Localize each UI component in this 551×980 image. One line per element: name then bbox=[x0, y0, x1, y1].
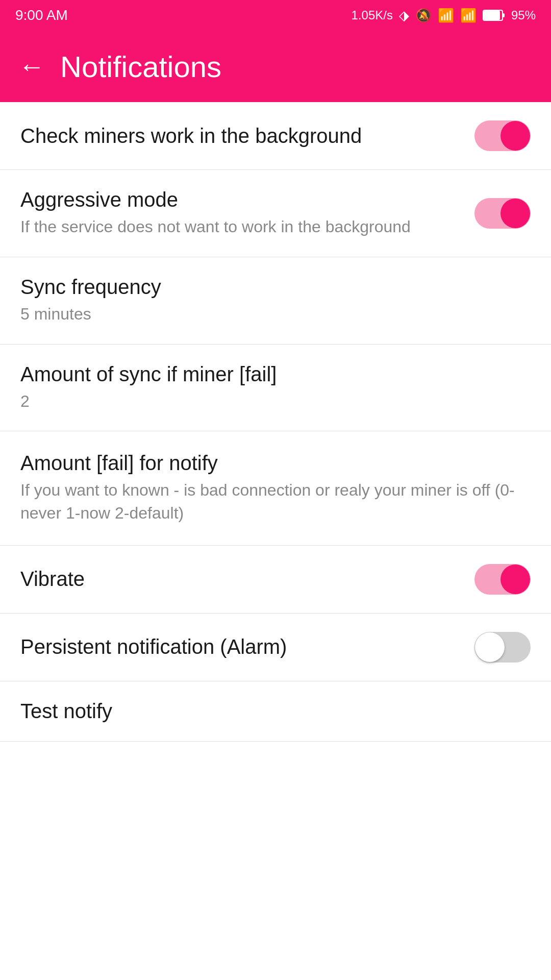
settings-item-check-miners-background[interactable]: Check miners work in the background bbox=[0, 102, 551, 170]
item-title: Persistent notification (Alarm) bbox=[20, 635, 459, 658]
svg-rect-2 bbox=[503, 13, 505, 17]
toggle-track bbox=[474, 120, 531, 151]
toggle-thumb bbox=[500, 565, 530, 594]
settings-item-aggressive-mode[interactable]: Aggressive mode If the service does not … bbox=[0, 170, 551, 257]
settings-item-amount-fail-notify[interactable]: Amount [fail] for notify If you want to … bbox=[0, 431, 551, 546]
toggle-vibrate[interactable] bbox=[474, 564, 531, 595]
item-title: Check miners work in the background bbox=[20, 125, 459, 148]
item-text: Check miners work in the background bbox=[20, 125, 474, 148]
toggle-thumb bbox=[475, 632, 505, 662]
item-subtitle: If the service does not want to work in … bbox=[20, 215, 459, 238]
item-subtitle: 2 bbox=[20, 390, 515, 413]
toggle-aggressive-mode[interactable] bbox=[474, 198, 531, 229]
item-text: Persistent notification (Alarm) bbox=[20, 635, 474, 658]
settings-item-amount-sync-fail[interactable]: Amount of sync if miner [fail] 2 bbox=[0, 345, 551, 432]
battery-icon bbox=[483, 9, 505, 22]
svg-rect-1 bbox=[484, 11, 500, 20]
battery-percent: 95% bbox=[511, 8, 536, 22]
back-button[interactable]: ← bbox=[18, 51, 45, 82]
battery-shape bbox=[483, 9, 505, 22]
item-subtitle: If you want to known - is bad connection… bbox=[20, 479, 515, 525]
item-title: Amount [fail] for notify bbox=[20, 452, 515, 475]
toggle-persistent-notification[interactable] bbox=[474, 632, 531, 663]
status-bar: 9:00 AM 1.05K/s ⬗ 🔕 📶 📶 95% bbox=[0, 0, 551, 31]
item-title: Vibrate bbox=[20, 568, 459, 591]
app-bar: ← Notifications bbox=[0, 31, 551, 102]
bluetooth-icon: ⬗ bbox=[399, 8, 409, 23]
toggle-thumb bbox=[500, 199, 530, 228]
item-title: Sync frequency bbox=[20, 276, 515, 299]
toggle-track bbox=[474, 198, 531, 229]
page-title: Notifications bbox=[60, 50, 221, 84]
settings-item-vibrate[interactable]: Vibrate bbox=[0, 546, 551, 614]
signal-icon: 📶 bbox=[460, 8, 477, 23]
settings-list: Check miners work in the background Aggr… bbox=[0, 102, 551, 742]
settings-item-sync-frequency[interactable]: Sync frequency 5 minutes bbox=[0, 257, 551, 345]
item-text: Vibrate bbox=[20, 568, 474, 591]
wifi-icon: 📶 bbox=[438, 8, 454, 23]
status-icons: 1.05K/s ⬗ 🔕 📶 📶 95% bbox=[352, 8, 536, 23]
item-text: Sync frequency 5 minutes bbox=[20, 276, 531, 326]
item-title: Test notify bbox=[20, 700, 112, 723]
item-text: Amount of sync if miner [fail] 2 bbox=[20, 363, 531, 413]
status-time: 9:00 AM bbox=[15, 7, 68, 23]
toggle-track bbox=[474, 564, 531, 595]
item-text: Amount [fail] for notify If you want to … bbox=[20, 452, 531, 525]
item-title: Aggressive mode bbox=[20, 188, 459, 211]
network-speed: 1.05K/s bbox=[352, 8, 393, 22]
settings-item-persistent-notification[interactable]: Persistent notification (Alarm) bbox=[0, 614, 551, 681]
item-subtitle: 5 minutes bbox=[20, 303, 515, 326]
settings-item-test-notify[interactable]: Test notify bbox=[0, 681, 551, 742]
toggle-thumb bbox=[500, 121, 530, 151]
item-text: Aggressive mode If the service does not … bbox=[20, 188, 474, 238]
toggle-track bbox=[474, 632, 531, 663]
mute-icon: 🔕 bbox=[415, 8, 432, 23]
item-title: Amount of sync if miner [fail] bbox=[20, 363, 515, 386]
toggle-check-miners-background[interactable] bbox=[474, 120, 531, 151]
